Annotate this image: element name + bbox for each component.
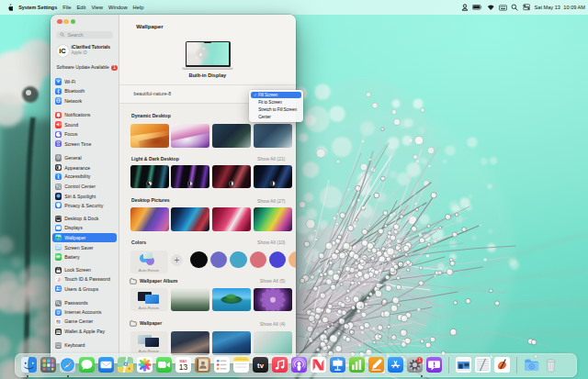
svg-text:tv: tv [257, 362, 265, 370]
svg-text:@: @ [56, 310, 61, 315]
svg-text:13: 13 [179, 362, 188, 372]
